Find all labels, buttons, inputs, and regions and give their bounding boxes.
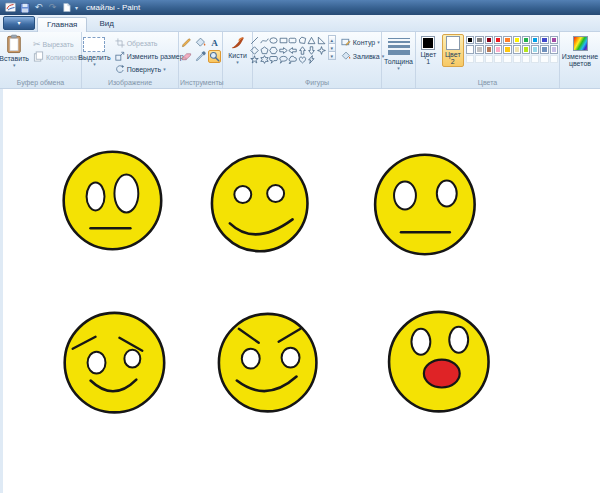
palette-swatch[interactable] (485, 45, 493, 53)
palette-swatch[interactable] (540, 45, 548, 53)
chevron-down-icon: ▾ (13, 63, 16, 68)
shape-hexagon[interactable] (269, 46, 279, 56)
shape-line[interactable] (250, 36, 260, 46)
group-image: Выделить ▾ Обрезать Изменить разм (82, 32, 179, 88)
color-palette (466, 36, 558, 63)
shape-callout-rounded[interactable] (269, 55, 279, 65)
shape-polygon[interactable] (297, 36, 307, 46)
shape-curve[interactable] (259, 36, 269, 46)
fill-tool-button[interactable] (194, 36, 207, 49)
magnifier-tool-button[interactable] (208, 50, 221, 63)
save-button[interactable] (19, 2, 30, 13)
tab-view[interactable]: Вид (89, 16, 123, 31)
rotate-icon (115, 64, 125, 75)
smiley-smiling (212, 156, 308, 252)
palette-swatch[interactable] (494, 45, 502, 53)
palette-swatch-empty[interactable] (466, 55, 474, 63)
shape-star-4[interactable] (316, 46, 326, 56)
text-tool-button[interactable]: A (208, 36, 221, 49)
brushes-button[interactable]: Кисти ▾ (226, 34, 249, 65)
color1-button[interactable]: Цвет 1 (417, 34, 440, 67)
shape-lightning[interactable] (307, 55, 317, 65)
color2-button[interactable]: Цвет 2 (442, 34, 465, 67)
shape-arrow-down[interactable] (307, 46, 317, 56)
shape-fill-button[interactable]: Заливка ▾ (341, 51, 384, 62)
brush-icon (229, 34, 246, 52)
shape-right-triangle[interactable] (316, 36, 326, 46)
palette-swatch[interactable] (503, 36, 511, 44)
shape-callout-oval[interactable] (278, 55, 288, 65)
palette-swatch[interactable] (540, 36, 548, 44)
resize-button[interactable]: Изменить размер (115, 50, 184, 62)
palette-swatch[interactable] (531, 45, 539, 53)
palette-swatch[interactable] (531, 36, 539, 44)
shape-arrow-left[interactable] (288, 46, 298, 56)
palette-swatch-empty[interactable] (485, 55, 493, 63)
shape-arrow-up[interactable] (297, 46, 307, 56)
selection-rectangle-icon (83, 37, 105, 52)
undo-button[interactable]: ↶ (33, 2, 44, 13)
canvas[interactable] (0, 89, 600, 493)
qat-customize-button[interactable]: ▾ (75, 4, 78, 11)
paste-button[interactable]: Вставить ▾ (0, 34, 31, 68)
palette-swatch[interactable] (550, 36, 558, 44)
paint-bucket-icon (195, 37, 206, 48)
palette-swatch[interactable] (503, 45, 511, 53)
shape-arrow-right[interactable] (278, 46, 288, 56)
palette-swatch[interactable] (550, 45, 558, 53)
palette-swatch[interactable] (475, 36, 483, 44)
shape-diamond[interactable] (250, 46, 260, 56)
shape-star-5[interactable] (250, 55, 260, 65)
palette-swatch[interactable] (522, 36, 530, 44)
palette-swatch[interactable] (513, 45, 521, 53)
redo-button[interactable]: ↷ (47, 2, 58, 13)
palette-swatch[interactable] (475, 45, 483, 53)
size-button[interactable]: Толщина ▾ (382, 34, 415, 71)
palette-swatch[interactable] (513, 36, 521, 44)
select-button[interactable]: Выделить ▾ (76, 34, 112, 67)
shape-star-6[interactable] (259, 55, 269, 65)
shape-callout-cloud[interactable] (288, 55, 298, 65)
shape-rectangle[interactable] (278, 36, 288, 46)
smiley-worried (65, 313, 165, 413)
palette-swatch[interactable] (522, 45, 530, 53)
shape-oval[interactable] (269, 36, 279, 46)
shapes-grid (250, 36, 326, 65)
group-shapes: ▴ ▾ ▾ Контур ▾ (253, 32, 382, 88)
edit-colors-button[interactable]: Изменение цветов (560, 34, 600, 67)
shape-rounded-rectangle[interactable] (288, 36, 298, 46)
eraser-tool-button[interactable] (180, 50, 193, 63)
tab-home[interactable]: Главная (37, 17, 87, 32)
paste-clipboard-icon (5, 34, 23, 55)
crop-button[interactable]: Обрезать (115, 37, 184, 49)
paint-menu-button[interactable]: ▾ (3, 16, 35, 30)
shape-outline-button[interactable]: Контур ▾ (341, 37, 384, 48)
new-file-icon[interactable] (61, 2, 72, 13)
pencil-tool-button[interactable] (180, 36, 193, 49)
shape-heart[interactable] (297, 55, 307, 65)
palette-swatch-empty[interactable] (503, 55, 511, 63)
group-label-spacer (561, 78, 599, 87)
palette-swatch-empty[interactable] (550, 55, 558, 63)
palette-swatch-empty[interactable] (513, 55, 521, 63)
palette-swatch[interactable] (485, 36, 493, 44)
palette-swatch[interactable] (466, 45, 474, 53)
palette-swatch-empty[interactable] (522, 55, 530, 63)
shapes-more-button[interactable]: ▾ (328, 51, 336, 60)
palette-swatch-empty[interactable] (540, 55, 548, 63)
eyedropper-icon (195, 51, 206, 62)
text-icon: A (209, 37, 220, 48)
palette-swatch[interactable] (494, 36, 502, 44)
shape-pentagon[interactable] (259, 46, 269, 56)
palette-swatch-empty[interactable] (475, 55, 483, 63)
palette-swatch[interactable] (466, 36, 474, 44)
rotate-button[interactable]: Повернуть ▾ (115, 63, 184, 75)
group-colors: Цвет 1 Цвет 2 Цвета (416, 32, 560, 88)
color-picker-tool-button[interactable] (194, 50, 207, 63)
palette-swatch-empty[interactable] (494, 55, 502, 63)
pencil-icon (181, 37, 192, 48)
shape-triangle[interactable] (307, 36, 317, 46)
resize-icon (115, 51, 125, 62)
palette-swatch-empty[interactable] (531, 55, 539, 63)
image-group-label: Изображение (83, 78, 177, 87)
